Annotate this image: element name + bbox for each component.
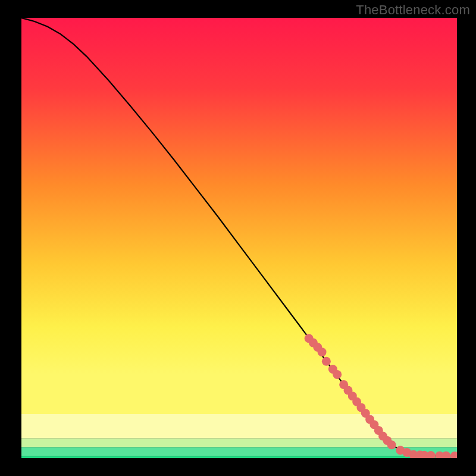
bottom-bands — [21, 414, 457, 458]
chart-root: TheBottleneck.com — [0, 0, 476, 476]
band — [21, 414, 457, 439]
watermark-text: TheBottleneck.com — [356, 2, 470, 18]
data-marker — [387, 440, 396, 449]
data-marker — [318, 347, 327, 356]
data-marker — [333, 370, 342, 379]
band — [21, 456, 457, 458]
chart-svg — [21, 18, 457, 458]
data-marker — [322, 357, 331, 366]
plot-area — [21, 18, 457, 458]
gradient-background — [21, 18, 457, 414]
